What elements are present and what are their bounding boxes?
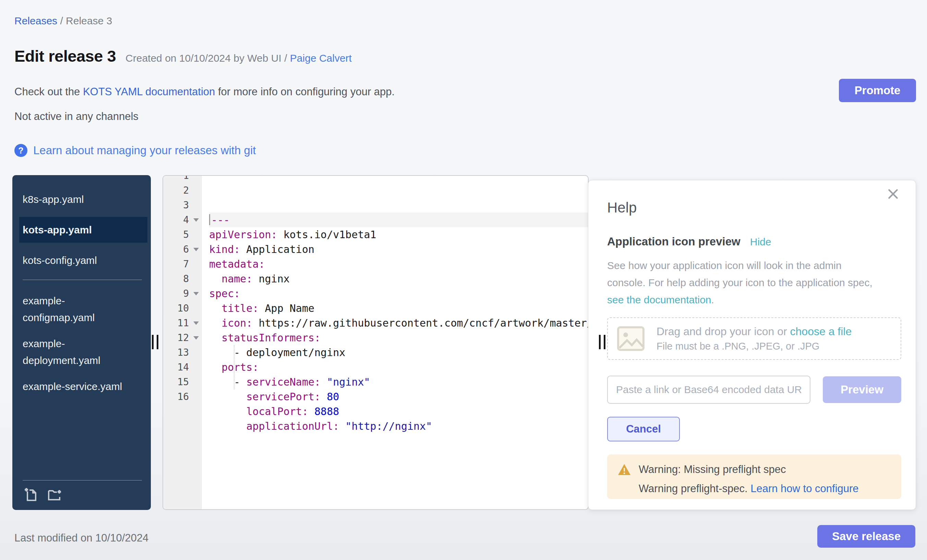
file-item[interactable]: kots-config.yaml bbox=[23, 252, 132, 269]
new-folder-icon[interactable] bbox=[47, 486, 63, 502]
warning-icon bbox=[617, 463, 631, 476]
breadcrumb-link-releases[interactable]: Releases bbox=[14, 15, 57, 26]
description-line: see the documentation. bbox=[607, 291, 902, 308]
code-line: title: App Name bbox=[209, 301, 588, 316]
dropzone-prefix: Drag and drop your icon or bbox=[656, 325, 790, 338]
promote-button[interactable]: Promote bbox=[839, 79, 916, 102]
file-item[interactable]: kots-app.yaml bbox=[19, 217, 147, 243]
icon-url-input[interactable] bbox=[607, 376, 810, 404]
fold-arrow-icon[interactable] bbox=[193, 248, 199, 251]
configure-link[interactable]: Learn how to configure bbox=[751, 483, 859, 495]
code-line: icon: https://raw.githubusercontent.com/… bbox=[209, 316, 588, 330]
file-item[interactable]: example-configmap.yaml bbox=[23, 292, 132, 326]
dropzone-text: Drag and drop your icon or choose a file bbox=[656, 325, 852, 338]
fold-arrow-icon[interactable] bbox=[193, 336, 199, 340]
close-icon[interactable] bbox=[886, 187, 900, 201]
warning-banner: Warning: Missing preflight spec Warning … bbox=[607, 454, 901, 499]
code-line: --- bbox=[209, 212, 588, 227]
new-file-icon[interactable] bbox=[23, 486, 39, 502]
channels-status: Not active in any channels bbox=[14, 110, 138, 123]
code-line: spec: bbox=[209, 286, 588, 301]
breadcrumb-current: Release 3 bbox=[66, 15, 112, 26]
file-item[interactable]: k8s-app.yaml bbox=[23, 191, 132, 208]
code-line: servicePort: 80 bbox=[209, 389, 588, 404]
git-learn-row[interactable]: ? Learn about managing your releases wit… bbox=[14, 144, 256, 157]
gutter-row: 9 bbox=[163, 286, 201, 301]
text-cursor bbox=[209, 214, 210, 225]
sidebar-bottom bbox=[23, 480, 142, 504]
choose-file-link[interactable]: choose a file bbox=[790, 325, 852, 338]
gutter-row: 13 bbox=[163, 345, 201, 360]
created-text: Created on 10/10/2024 by Web UI / bbox=[126, 52, 290, 64]
created-info: Created on 10/10/2024 by Web UI / Paige … bbox=[126, 52, 352, 64]
icon-dropzone[interactable]: Drag and drop your icon or choose a file… bbox=[607, 317, 901, 360]
warning-detail: Warning preflight-spec. Learn how to con… bbox=[639, 483, 892, 495]
code-line: statusInformers: bbox=[209, 330, 588, 345]
cancel-button[interactable]: Cancel bbox=[607, 417, 680, 442]
last-modified: Last modified on 10/10/2024 bbox=[14, 532, 149, 544]
file-sidebar: k8s-app.yamlkots-app.yamlkots-config.yam… bbox=[12, 175, 151, 510]
save-release-button[interactable]: Save release bbox=[817, 525, 915, 548]
breadcrumb-separator: / bbox=[60, 15, 66, 26]
editor-gutter: 12345678910111213141516 bbox=[163, 175, 202, 510]
code-line: ports: bbox=[209, 360, 588, 375]
docs-prefix: Check out the bbox=[14, 86, 83, 98]
gutter-row: 8 bbox=[163, 272, 201, 286]
description-line: console. For help adding your icon to th… bbox=[607, 274, 902, 291]
gutter-row: 6 bbox=[163, 242, 201, 257]
page-title: Edit release 3 bbox=[14, 47, 116, 65]
sidebar-bottom-divider bbox=[23, 480, 142, 481]
see-docs-link[interactable]: see the documentation bbox=[607, 294, 711, 305]
code-area[interactable]: ---apiVersion: kots.io/v1beta1kind: Appl… bbox=[202, 175, 588, 510]
question-circle-icon: ? bbox=[14, 144, 27, 157]
git-learn-link[interactable]: Learn about managing your releases with … bbox=[33, 144, 256, 157]
fold-arrow-icon[interactable] bbox=[193, 292, 199, 296]
help-title: Help bbox=[607, 199, 901, 216]
dropzone-hint: File must be a .PNG, .JPEG, or .JPG bbox=[656, 341, 852, 352]
help-panel: Help Application icon preview Hide See h… bbox=[588, 180, 916, 510]
pane-resize-handle-left[interactable] bbox=[152, 335, 158, 349]
fold-arrow-icon[interactable] bbox=[193, 218, 199, 222]
description-period: . bbox=[711, 294, 714, 305]
gutter-row: 7 bbox=[163, 257, 201, 272]
icon-preview-description: See how your application icon will look … bbox=[607, 257, 902, 308]
gutter-row: 1 bbox=[163, 175, 201, 183]
fold-arrow-icon[interactable] bbox=[193, 322, 199, 325]
pane-resize-handle-right[interactable] bbox=[599, 335, 605, 349]
preview-button[interactable]: Preview bbox=[823, 376, 901, 403]
warning-detail-text: Warning preflight-spec. bbox=[639, 483, 751, 495]
file-item[interactable]: example-deployment.yaml bbox=[23, 335, 132, 369]
breadcrumb: Releases / Release 3 bbox=[14, 15, 112, 27]
code-line: name: nginx bbox=[209, 272, 588, 286]
gutter-row: 5 bbox=[163, 227, 201, 242]
kots-docs-link[interactable]: KOTS YAML documentation bbox=[83, 86, 215, 98]
gutter-row: 2 bbox=[163, 183, 201, 198]
warning-title: Warning: Missing preflight spec bbox=[639, 463, 786, 476]
gutter-row: 15 bbox=[163, 375, 201, 389]
gutter-row: 10 bbox=[163, 301, 201, 316]
code-line: apiVersion: kots.io/v1beta1 bbox=[209, 227, 588, 242]
indent-guide bbox=[234, 345, 234, 389]
code-line: - serviceName: "nginx" bbox=[209, 375, 588, 389]
title-row: Edit release 3 Created on 10/10/2024 by … bbox=[14, 47, 352, 65]
gutter-row: 11 bbox=[163, 316, 201, 330]
created-author-link[interactable]: Paige Calvert bbox=[290, 52, 352, 64]
file-list: k8s-app.yamlkots-app.yamlkots-config.yam… bbox=[12, 175, 151, 395]
hide-link[interactable]: Hide bbox=[750, 236, 771, 248]
yaml-editor[interactable]: 12345678910111213141516 ---apiVersion: k… bbox=[163, 175, 589, 510]
code-line: applicationUrl: "http://nginx" bbox=[209, 419, 588, 434]
gutter-row: 14 bbox=[163, 360, 201, 375]
code-line: - deployment/nginx bbox=[209, 345, 588, 360]
docs-line: Check out the KOTS YAML documentation fo… bbox=[14, 86, 395, 98]
gutter-row: 3 bbox=[163, 198, 201, 212]
code-line: metadata: bbox=[209, 257, 588, 272]
file-item[interactable]: example-service.yaml bbox=[23, 378, 132, 395]
docs-suffix: for more info on configuring your app. bbox=[215, 86, 395, 98]
code-line bbox=[209, 434, 588, 448]
code-line: localPort: 8888 bbox=[209, 404, 588, 419]
code-line: kind: Application bbox=[209, 242, 588, 257]
gutter-row: 4 bbox=[163, 212, 201, 227]
icon-preview-title: Application icon preview bbox=[607, 235, 740, 248]
description-line: See how your application icon will look … bbox=[607, 257, 902, 274]
gutter-row: 16 bbox=[163, 389, 201, 404]
